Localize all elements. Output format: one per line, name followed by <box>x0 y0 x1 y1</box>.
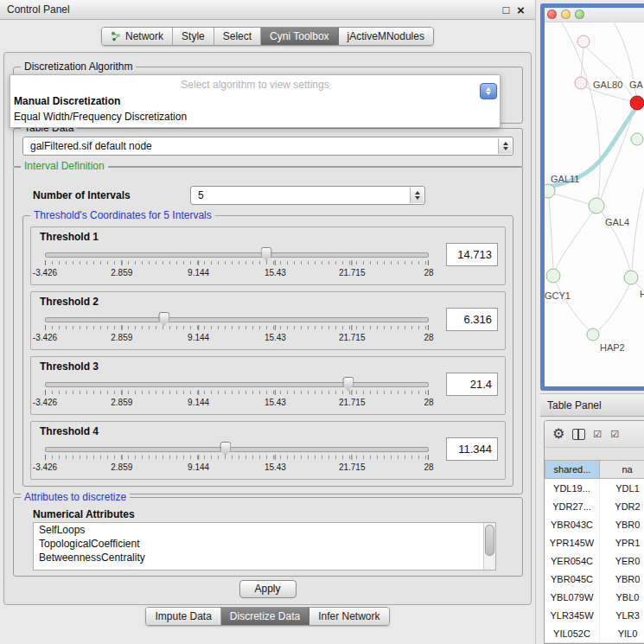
node-table: shared...na YDL19...YDL1YDR27...YDR2YBR0… <box>545 460 644 642</box>
slider-thumb[interactable] <box>158 312 169 326</box>
gear-icon[interactable]: ⚙ <box>552 427 564 441</box>
network-node[interactable] <box>546 269 560 283</box>
tab-discretize-data[interactable]: Discretize Data <box>221 608 309 625</box>
threshold-value-field[interactable]: 14.713 <box>446 243 498 266</box>
tab-cyni-toolbox[interactable]: Cyni Toolbox <box>261 28 338 45</box>
table-row[interactable]: YBR043CYBR0 <box>545 515 644 533</box>
table-row[interactable]: YDR27...YDR2 <box>545 497 644 515</box>
combo-stepper-icon <box>410 188 424 203</box>
scale-label: 21.715 <box>339 398 366 407</box>
slider[interactable]: -3.4262.8599.14415.4321.71528 <box>45 439 429 477</box>
bottom-tab-group: Impute DataDiscretize DataInfer Network <box>145 607 389 626</box>
slider-track[interactable] <box>45 252 429 258</box>
algorithm-option[interactable]: Manual Discretization <box>10 93 500 109</box>
threshold-slider-area: -3.4262.8599.14415.4321.71528 <box>36 439 437 477</box>
scale-label: 15.43 <box>265 462 286 472</box>
network-node[interactable] <box>630 96 644 110</box>
scrollbar-thumb[interactable] <box>485 525 494 556</box>
scrollbar[interactable] <box>483 523 495 570</box>
apply-button[interactable]: Apply <box>239 580 296 598</box>
list-item[interactable]: TopologicalCoefficient <box>34 537 495 551</box>
group-title: Attributes to discretize <box>21 491 130 503</box>
select-rows-icon[interactable]: ☑ <box>610 430 620 439</box>
slider-track[interactable] <box>45 317 429 322</box>
bottom-tab-bar: Impute DataDiscretize DataInfer Network <box>0 607 535 626</box>
columns-icon[interactable] <box>572 429 585 440</box>
list-item[interactable]: BetweennessCentrality <box>34 551 495 564</box>
slider-scale: -3.4262.8599.14415.4321.71528 <box>45 462 429 473</box>
table-cell: YBR0 <box>600 515 644 533</box>
window-title: Control Panel <box>7 3 70 16</box>
network-node[interactable] <box>589 198 604 214</box>
network-node[interactable] <box>577 35 590 48</box>
close-button[interactable]: × <box>513 3 528 17</box>
scale-label: 9.144 <box>188 333 209 342</box>
slider[interactable]: -3.4262.8599.14415.4321.71528 <box>45 374 429 412</box>
select-columns-icon[interactable]: ☑ <box>593 430 603 439</box>
table-row[interactable]: YBL079WYBL0 <box>545 588 644 606</box>
table-row[interactable]: YBR045CYBR0 <box>545 570 644 588</box>
tab-select[interactable]: Select <box>214 28 261 45</box>
tab-label: Impute Data <box>155 610 211 622</box>
table-row[interactable]: YIL052CYIL0 <box>545 624 644 642</box>
table-browser-window: ⚙ ☑ ☑ shared...na YDL19...YDL1YDR27...YD… <box>544 420 644 644</box>
algorithm-option[interactable]: Equal Width/Frequency Discretization <box>10 109 500 124</box>
table-data-select[interactable]: galFiltered.sif default node <box>22 137 513 156</box>
tab-label: Discretize Data <box>230 610 300 622</box>
tab-network[interactable]: Network <box>102 28 173 45</box>
table-row[interactable]: YPR145WYPR1 <box>545 533 644 552</box>
network-edge <box>553 194 589 204</box>
table-cell: YIL052C <box>545 624 600 642</box>
group-title: Discretization Algorithm <box>21 61 136 73</box>
threshold-value-field[interactable]: 11.344 <box>446 437 498 461</box>
slider-thumb[interactable] <box>342 377 354 391</box>
table-cell: YDR27... <box>545 497 600 515</box>
slider-thumb[interactable] <box>220 442 231 456</box>
network-node[interactable] <box>624 271 638 284</box>
slider-thumb[interactable] <box>261 247 272 261</box>
minimize-traffic-icon[interactable] <box>561 10 571 19</box>
dropdown-options: Manual DiscretizationEqual Width/Frequen… <box>10 93 500 124</box>
threshold-label: Threshold 1 <box>40 231 99 243</box>
network-node-label: GA <box>629 80 644 90</box>
list-item[interactable]: SelfLoops <box>34 523 495 537</box>
number-of-intervals-select[interactable]: 5 <box>190 186 425 205</box>
arrow-up-icon <box>503 142 508 145</box>
threshold-value-field[interactable]: 6.316 <box>446 308 498 331</box>
close-traffic-icon[interactable] <box>547 10 557 19</box>
tab-impute-data[interactable]: Impute Data <box>146 608 220 625</box>
scale-label: -3.426 <box>33 268 57 277</box>
zoom-traffic-icon[interactable] <box>575 10 584 19</box>
slider-track[interactable] <box>45 447 429 452</box>
table-row[interactable]: YLR345WYLR3 <box>545 606 644 624</box>
slider-track[interactable] <box>45 382 429 387</box>
arrow-down-icon <box>486 92 491 95</box>
slider[interactable]: -3.4262.8599.14415.4321.71528 <box>45 245 429 283</box>
table-row[interactable]: YER054CYER0 <box>545 552 644 570</box>
network-node[interactable] <box>587 328 599 341</box>
column-header[interactable]: na <box>600 460 644 479</box>
network-canvas[interactable]: GAL80GAGAL11GAL4GCY1HHAP2 <box>545 22 644 389</box>
tab-infer-network[interactable]: Infer Network <box>309 608 388 625</box>
table-panel-title: Table Panel <box>547 399 602 411</box>
table-row[interactable]: YDL19...YDL1 <box>545 479 644 497</box>
float-button[interactable]: □ <box>499 3 513 16</box>
thresholds-group: Threshold's Coordinates for 5 Intervals … <box>22 215 513 487</box>
cyni-toolbox-panel: Discretization Algorithm Select algorith… <box>3 52 532 605</box>
network-edge <box>556 213 592 269</box>
table-data-value: galFiltered.sif default node <box>30 140 152 152</box>
network-node[interactable] <box>631 133 643 145</box>
combo-stepper-icon[interactable] <box>480 83 497 99</box>
slider[interactable]: -3.4262.8599.14415.4321.71528 <box>45 309 429 348</box>
network-node[interactable] <box>545 184 555 198</box>
network-node-label: H <box>640 289 644 299</box>
scale-label: 15.43 <box>265 268 286 277</box>
tab-style[interactable]: Style <box>173 28 214 45</box>
scale-label: 21.715 <box>339 462 366 472</box>
tab-jactivemnodules[interactable]: jActiveMNodules <box>339 28 433 45</box>
network-node[interactable] <box>575 77 587 89</box>
threshold-value-field[interactable]: 21.4 <box>446 373 498 396</box>
control-panel-window: Control Panel □ × NetworkStyleSelectCyni… <box>0 0 536 644</box>
column-header[interactable]: shared... <box>545 460 600 479</box>
top-tab-bar: NetworkStyleSelectCyni ToolboxjActiveMNo… <box>0 27 535 46</box>
